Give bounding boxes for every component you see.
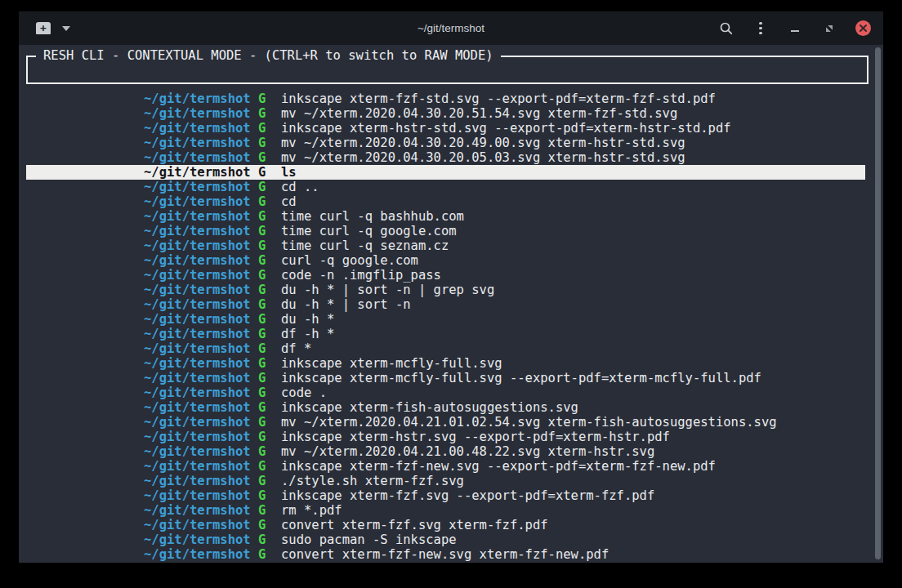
command-text: df *: [281, 341, 311, 356]
cwd-path: ~/git/termshot: [144, 503, 251, 518]
git-marker: G: [251, 283, 281, 297]
history-row[interactable]: ~/git/termshot G mv ~/xterm.2020.04.30.2…: [26, 106, 865, 121]
cwd-path: ~/git/termshot: [144, 547, 251, 562]
search-button[interactable]: [718, 20, 735, 37]
command-text: convert xterm-fzf-new.svg xterm-fzf-new.…: [281, 547, 609, 562]
minimize-button[interactable]: [787, 20, 803, 37]
history-row[interactable]: ~/git/termshot G convert xterm-fzf-new.s…: [26, 547, 865, 562]
history-row[interactable]: ~/git/termshot G inkscape xterm-mcfly-fu…: [26, 371, 865, 385]
search-icon: [719, 21, 734, 36]
git-marker: G: [251, 165, 281, 180]
history-row[interactable]: ~/git/termshot G du -h *: [26, 312, 865, 327]
history-row[interactable]: ~/git/termshot G time curl -q google.com: [26, 224, 865, 238]
cwd-path: ~/git/termshot: [144, 385, 251, 400]
history-row[interactable]: ~/git/termshot G du -h * | sort -n | gre…: [26, 283, 865, 297]
plus-icon: +: [40, 23, 47, 33]
cwd-path: ~/git/termshot: [144, 121, 251, 136]
history-row[interactable]: ~/git/termshot G code -n .imgflip_pass: [26, 268, 865, 283]
history-row[interactable]: ~/git/termshot G df -h *: [26, 327, 865, 341]
git-marker: G: [251, 459, 281, 474]
history-row[interactable]: ~/git/termshot G inkscape xterm-fzf-new.…: [26, 459, 865, 474]
command-text: convert xterm-fzf.svg xterm-fzf.pdf: [281, 518, 548, 532]
cwd-path: ~/git/termshot: [144, 297, 251, 312]
git-marker: G: [251, 253, 281, 268]
history-row[interactable]: ~/git/termshot G inkscape xterm-fish-aut…: [26, 400, 865, 415]
cwd-path: ~/git/termshot: [144, 91, 251, 106]
cwd-path: ~/git/termshot: [144, 253, 251, 268]
git-marker: G: [251, 136, 281, 150]
history-row[interactable]: ~/git/termshot G mv ~/xterm.2020.04.21.0…: [26, 415, 865, 430]
git-marker: G: [251, 150, 281, 165]
git-marker: G: [251, 444, 281, 459]
history-row[interactable]: ~/git/termshot G convert xterm-fzf.svg x…: [26, 518, 865, 532]
new-tab-button[interactable]: +: [36, 22, 51, 34]
command-text: ./style.sh xterm-fzf.svg: [281, 474, 464, 488]
cwd-path: ~/git/termshot: [144, 180, 251, 194]
vertical-scrollbar[interactable]: [875, 47, 881, 559]
command-text: inkscape xterm-hstr-std.svg --export-pdf…: [281, 121, 731, 136]
history-row[interactable]: ~/git/termshot G inkscape xterm-mcfly-fu…: [26, 356, 865, 371]
cwd-path: ~/git/termshot: [144, 327, 251, 341]
history-row[interactable]: ~/git/termshot G time curl -q seznam.cz: [26, 238, 865, 253]
cwd-path: ~/git/termshot: [144, 415, 251, 430]
history-row[interactable]: ~/git/termshot G inkscape xterm-fzf-std.…: [26, 91, 865, 106]
menu-button[interactable]: [752, 20, 769, 37]
command-text: du -h *: [281, 312, 334, 327]
history-row[interactable]: ~/git/termshot G mv ~/xterm.2020.04.21.0…: [26, 444, 865, 459]
command-text: inkscape xterm-mcfly-full.svg --export-p…: [281, 371, 761, 385]
git-marker: G: [251, 518, 281, 532]
command-text: time curl -q seznam.cz: [281, 238, 449, 253]
history-row[interactable]: ~/git/termshot G mv ~/xterm.2020.04.30.2…: [26, 136, 865, 150]
git-marker: G: [251, 297, 281, 312]
command-text: sudo pacman -S inkscape: [281, 532, 457, 547]
terminal-content: RESH CLI - CONTEXTUAL MODE - (CTRL+R to …: [19, 45, 883, 563]
history-row[interactable]: ~/git/termshot G code .: [26, 385, 865, 400]
history-row[interactable]: ~/git/termshot G cd ..: [26, 180, 865, 194]
history-row[interactable]: ~/git/termshot G curl -q google.com: [26, 253, 865, 268]
chevron-down-icon[interactable]: [62, 26, 70, 31]
history-row[interactable]: ~/git/termshot G sudo pacman -S inkscape: [26, 532, 865, 547]
history-row[interactable]: ~/git/termshot G inkscape xterm-fzf.svg …: [26, 488, 865, 503]
restore-icon: [825, 24, 833, 33]
resh-query-input[interactable]: [34, 60, 860, 81]
command-text: mv ~/xterm.2020.04.30.20.49.00.svg xterm…: [281, 136, 685, 150]
git-marker: G: [251, 430, 281, 444]
close-icon: [859, 24, 868, 33]
cwd-path: ~/git/termshot: [144, 194, 251, 209]
history-row[interactable]: ~/git/termshot G cd: [26, 194, 865, 209]
history-row[interactable]: ~/git/termshot G ./style.sh xterm-fzf.sv…: [26, 474, 865, 488]
command-text: curl -q google.com: [281, 253, 418, 268]
command-text: inkscape xterm-hstr.svg --export-pdf=xte…: [281, 430, 670, 444]
command-text: inkscape xterm-mcfly-full.svg: [281, 356, 502, 371]
kebab-icon: [759, 22, 762, 35]
cwd-path: ~/git/termshot: [144, 532, 251, 547]
history-row[interactable]: ~/git/termshot G ls: [26, 165, 865, 180]
command-text: cd: [281, 194, 297, 209]
git-marker: G: [251, 532, 281, 547]
history-row[interactable]: ~/git/termshot G inkscape xterm-hstr.svg…: [26, 430, 865, 444]
close-button[interactable]: [855, 20, 871, 36]
command-text: inkscape xterm-fzf-std.svg --export-pdf=…: [281, 91, 716, 106]
history-row[interactable]: ~/git/termshot G mv ~/xterm.2020.04.30.2…: [26, 150, 865, 165]
restore-button[interactable]: [821, 20, 837, 37]
cwd-path: ~/git/termshot: [144, 165, 251, 180]
cwd-path: ~/git/termshot: [144, 106, 251, 121]
cwd-path: ~/git/termshot: [144, 224, 251, 238]
history-row[interactable]: ~/git/termshot G time curl -q bashhub.co…: [26, 209, 865, 224]
command-text: time curl -q google.com: [281, 224, 457, 238]
history-row[interactable]: ~/git/termshot G rm *.pdf: [26, 503, 865, 518]
history-list: ~/git/termshot G inkscape xterm-fzf-std.…: [19, 91, 865, 562]
history-row[interactable]: ~/git/termshot G inkscape xterm-hstr-std…: [26, 121, 865, 136]
git-marker: G: [251, 327, 281, 341]
git-marker: G: [251, 121, 281, 136]
history-row[interactable]: ~/git/termshot G df *: [26, 341, 865, 356]
git-marker: G: [251, 474, 281, 488]
cwd-path: ~/git/termshot: [144, 430, 251, 444]
command-text: inkscape xterm-fish-autosuggestions.svg: [281, 400, 578, 415]
history-row[interactable]: ~/git/termshot G du -h * | sort -n: [26, 297, 865, 312]
git-marker: G: [251, 268, 281, 283]
command-text: du -h * | sort -n | grep svg: [281, 283, 494, 297]
git-marker: G: [251, 371, 281, 385]
git-marker: G: [251, 106, 281, 121]
command-text: inkscape xterm-fzf-new.svg --export-pdf=…: [281, 459, 716, 474]
